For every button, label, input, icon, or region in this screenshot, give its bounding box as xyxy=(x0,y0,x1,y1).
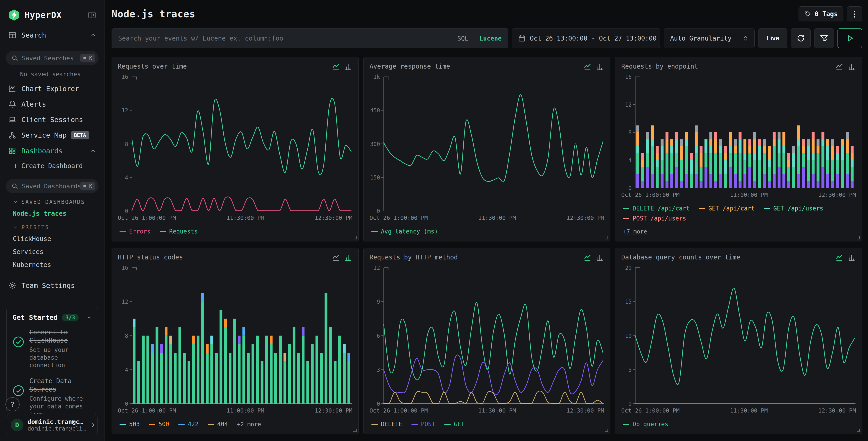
get-started-item-title[interactable]: Connect to ClickHouse xyxy=(29,328,92,345)
legend-more-link[interactable]: +7 more xyxy=(623,228,647,235)
sidebar-item-search[interactable]: Search xyxy=(0,27,104,43)
sidebar-item-alerts[interactable]: Alerts xyxy=(0,96,104,112)
dashboard-menu-button[interactable]: ⋮ xyxy=(847,6,862,22)
svg-text:150: 150 xyxy=(370,175,380,181)
preset-item-services[interactable]: Services xyxy=(0,245,104,258)
svg-text:0: 0 xyxy=(377,401,380,406)
chart-plot[interactable]: 129630 xyxy=(370,264,604,406)
resize-handle[interactable] xyxy=(353,429,356,432)
lucene-toggle[interactable]: Lucene xyxy=(479,35,502,42)
bar-chart-toggle-icon[interactable] xyxy=(847,254,856,262)
get-started-progress-badge: 3/3 xyxy=(62,314,79,321)
sidebar-collapse-icon[interactable] xyxy=(88,11,96,19)
presets-group[interactable]: PRESETS xyxy=(0,220,104,232)
live-button[interactable]: Live xyxy=(758,28,787,48)
chart-plot[interactable]: 20151050 xyxy=(621,264,856,406)
run-query-button[interactable] xyxy=(837,28,862,48)
sql-toggle[interactable]: SQL xyxy=(457,35,468,42)
gear-icon xyxy=(8,281,17,290)
chart-title: HTTP status codes xyxy=(118,254,183,261)
chart-plot[interactable]: 1612840 xyxy=(118,264,352,406)
saved-searches-field[interactable]: ⌘ K xyxy=(6,51,99,65)
saved-searches-input[interactable] xyxy=(22,55,81,62)
bar-chart-toggle-icon[interactable] xyxy=(595,254,604,262)
granularity-select[interactable]: Auto Granularity xyxy=(664,28,754,48)
event-search-box[interactable]: SQL | Lucene xyxy=(112,28,508,48)
legend-item[interactable]: Avg latency (ms) xyxy=(371,228,438,235)
get-started-card: Get Started 3/3 Connect to ClickHouse Se… xyxy=(6,307,98,414)
refresh-button[interactable] xyxy=(791,28,811,48)
legend-item[interactable]: Db queries xyxy=(623,421,668,428)
chevron-up-icon[interactable] xyxy=(90,32,96,38)
chart-plot[interactable]: 1612840 xyxy=(621,73,856,190)
sidebar-item-team-settings[interactable]: Team Settings xyxy=(0,278,104,293)
sidebar-item-dashboards[interactable]: Dashboards xyxy=(0,143,104,158)
svg-text:16: 16 xyxy=(122,74,128,80)
sidebar-item-label: Chart Explorer xyxy=(22,85,79,93)
line-chart-toggle-icon[interactable] xyxy=(835,63,844,71)
resize-handle[interactable] xyxy=(857,429,860,432)
legend-item[interactable]: DELETE xyxy=(371,421,402,428)
svg-text:12: 12 xyxy=(122,107,128,114)
no-saved-searches-text: No saved searches xyxy=(0,67,104,81)
legend-item[interactable]: GET xyxy=(444,421,465,428)
resize-handle[interactable] xyxy=(605,429,608,432)
legend-item[interactable]: DELETE /api/cart xyxy=(623,205,689,212)
preset-item-clickhouse[interactable]: ClickHouse xyxy=(0,232,104,245)
line-chart-toggle-icon[interactable] xyxy=(583,254,592,262)
line-chart-toggle-icon[interactable] xyxy=(835,254,844,262)
legend-item[interactable]: 503 xyxy=(120,421,140,428)
saved-dashboards-field[interactable]: ⌘ K xyxy=(6,179,99,194)
sidebar-item-chart-explorer[interactable]: Chart Explorer xyxy=(0,81,104,96)
chevron-up-icon[interactable] xyxy=(86,315,92,321)
chevron-up-icon[interactable] xyxy=(90,148,96,154)
resize-handle[interactable] xyxy=(353,236,356,239)
chart-plot[interactable]: 1612840 xyxy=(118,73,352,213)
chart-title: Database query counts over time xyxy=(621,254,740,261)
legend-item[interactable]: 500 xyxy=(149,421,169,428)
chart-plot[interactable]: 1k4503001500 xyxy=(370,73,604,213)
legend-item[interactable]: 422 xyxy=(178,421,198,428)
get-started-item-title[interactable]: Create Data Sources xyxy=(29,377,92,393)
chart-title: Requests by HTTP method xyxy=(370,254,458,261)
get-started-header[interactable]: Get Started 3/3 xyxy=(12,314,92,321)
preset-item-kubernetes[interactable]: Kubernetes xyxy=(0,258,104,271)
sidebar-item-client-sessions[interactable]: Client Sessions xyxy=(0,112,104,127)
filter-button[interactable] xyxy=(814,28,834,48)
legend-item[interactable]: POST xyxy=(411,421,435,428)
x-axis-labels: Oct 26 1:00:00 PM11:30:00 PM12:30:00 PM xyxy=(118,214,352,221)
dashboard-item-nodejs-traces[interactable]: Node.js traces xyxy=(0,207,104,220)
svg-text:0: 0 xyxy=(125,401,128,406)
resize-handle[interactable] xyxy=(605,236,608,239)
line-chart-toggle-icon[interactable] xyxy=(332,254,340,262)
sidebar-item-service-map[interactable]: Service Map BETA xyxy=(0,127,104,143)
saved-dashboards-input[interactable] xyxy=(22,183,81,190)
legend-item[interactable]: POST /api/users xyxy=(623,215,686,222)
line-chart-toggle-icon[interactable] xyxy=(583,63,592,71)
svg-text:20: 20 xyxy=(625,265,632,271)
bar-chart-toggle-icon[interactable] xyxy=(344,254,352,262)
legend-item[interactable]: GET /api/users xyxy=(764,205,823,212)
event-search-input[interactable] xyxy=(118,35,457,42)
bar-chart-toggle-icon[interactable] xyxy=(847,63,856,71)
toggle-separator: | xyxy=(472,35,476,42)
help-button[interactable]: ? xyxy=(5,397,20,411)
chart-panel-requests-by-http-method: Requests by HTTP method 129630 Oct 26 1:… xyxy=(364,248,611,434)
saved-dashboards-group[interactable]: SAVED DASHBOARDS xyxy=(0,195,104,207)
bar-chart-toggle-icon[interactable] xyxy=(595,63,604,71)
legend-item[interactable]: GET /api/cart xyxy=(699,205,755,212)
tags-button[interactable]: 0 Tags xyxy=(799,6,843,22)
user-account-card[interactable]: D dominic.tran@c… dominic.tran@cli… xyxy=(6,415,98,435)
bar-chart-toggle-icon[interactable] xyxy=(344,63,352,71)
date-range-picker[interactable]: Oct 26 13:00:00 - Oct 27 13:00:00 xyxy=(512,28,660,48)
resize-handle[interactable] xyxy=(857,236,860,239)
legend-item[interactable]: 404 xyxy=(208,421,228,428)
chevron-right-icon xyxy=(90,422,96,428)
legend-item[interactable]: Requests xyxy=(160,228,198,235)
line-chart-toggle-icon[interactable] xyxy=(332,63,340,71)
legend-item[interactable]: Errors xyxy=(120,228,151,235)
user-name: dominic.tran@c… xyxy=(28,418,86,425)
svg-text:1k: 1k xyxy=(373,74,380,80)
legend-more-link[interactable]: +2 more xyxy=(237,421,261,428)
create-dashboard-button[interactable]: + Create Dashboard xyxy=(0,158,104,173)
